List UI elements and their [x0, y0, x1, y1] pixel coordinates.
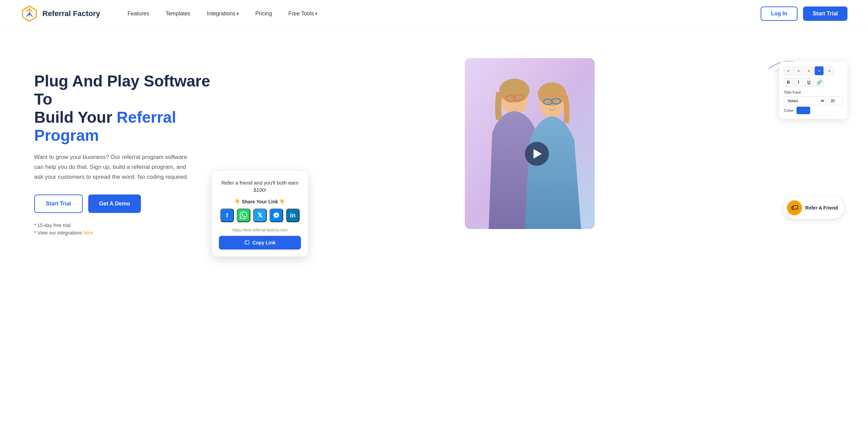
nav-pricing[interactable]: Pricing: [255, 11, 272, 17]
navbar: Referral Factory Features Templates Inte…: [0, 0, 868, 27]
svg-line-11: [552, 101, 552, 102]
editor-panel: ≡ ≡ ≡ ≡ ≡ B I U 🔗 Title Font Select: [779, 62, 847, 119]
svg-point-0: [28, 13, 30, 15]
color-swatch[interactable]: [797, 107, 810, 114]
hero-title: Plug And Play Software To Build Your Ref…: [34, 72, 212, 145]
hero-section: Plug And Play Software To Build Your Ref…: [0, 27, 868, 273]
align-justify-btn[interactable]: ≡: [815, 66, 824, 75]
start-trial-nav-button[interactable]: Start Trial: [803, 6, 847, 21]
editor-format-row: B I U 🔗: [784, 78, 843, 87]
hero-buttons: Start Trial Get A Demo: [34, 194, 212, 213]
hero-visual: ≡ ≡ ≡ ≡ ≡ B I U 🔗 Title Font Select: [212, 48, 847, 260]
share-facebook-btn[interactable]: f: [220, 209, 234, 222]
referral-link-row: https://test.referral-factory.com: [219, 228, 301, 232]
refer-friend-badge: 🏷 Refer A Friend: [784, 197, 844, 219]
play-button[interactable]: [525, 142, 549, 166]
hero-notes: * 15-day free trial * View our integrati…: [34, 223, 212, 236]
align-left-btn[interactable]: ≡: [784, 66, 793, 75]
referral-card-title: Refer a friend and you'll both earn $100…: [219, 179, 301, 193]
integrations-chevron: ▾: [237, 11, 239, 16]
align-distribute-btn[interactable]: ≡: [825, 66, 834, 75]
women-photo: [465, 58, 595, 229]
bold-btn[interactable]: B: [784, 78, 793, 87]
share-whatsapp-btn[interactable]: [237, 209, 250, 222]
hero-content: Plug And Play Software To Build Your Ref…: [34, 72, 212, 236]
copy-link-button[interactable]: Copy Link: [219, 236, 301, 250]
color-label: Color: [784, 108, 794, 112]
editor-color-row: Color: [784, 107, 843, 114]
nav-integrations[interactable]: Integrations ▾: [207, 11, 239, 17]
nav-free-tools[interactable]: Free Tools ▾: [288, 11, 317, 17]
link-btn[interactable]: 🔗: [815, 78, 824, 87]
font-select[interactable]: Select: [784, 96, 826, 105]
free-tools-chevron: ▾: [315, 11, 317, 16]
nav-actions: Log In Start Trial: [761, 6, 847, 21]
italic-btn[interactable]: I: [794, 78, 803, 87]
get-demo-button[interactable]: Get A Demo: [88, 194, 141, 213]
editor-toolbar: ≡ ≡ ≡ ≡ ≡: [784, 66, 843, 75]
social-share-row: f 𝕏 in: [219, 209, 301, 222]
integrations-link[interactable]: here: [83, 230, 93, 236]
trial-note: * 15-day free trial: [34, 223, 212, 228]
font-size-input[interactable]: [828, 96, 843, 105]
nav-links: Features Templates Integrations ▾ Pricin…: [128, 11, 761, 17]
share-label: 👇 Share Your Link 👇: [219, 199, 301, 204]
brand-name: Referral Factory: [42, 9, 100, 18]
nav-templates[interactable]: Templates: [166, 11, 190, 17]
hero-title-line2: Build Your: [34, 108, 117, 126]
share-linkedin-btn[interactable]: in: [286, 209, 300, 222]
hero-description: Want to grow your business? Our referral…: [34, 152, 192, 182]
referral-card: Refer a friend and you'll both earn $100…: [212, 171, 308, 256]
start-trial-hero-button[interactable]: Start Trial: [34, 194, 83, 213]
share-messenger-btn[interactable]: [269, 209, 283, 222]
login-button[interactable]: Log In: [761, 6, 798, 21]
women-silhouette-svg: [465, 58, 595, 229]
logo-icon: [21, 5, 38, 23]
refer-badge-icon: 🏷: [787, 200, 802, 215]
referral-link-text: https://test.referral-factory.com: [232, 228, 288, 232]
align-right-btn[interactable]: ≡: [804, 66, 813, 75]
share-twitter-btn[interactable]: 𝕏: [253, 209, 267, 222]
editor-title-font-field: Title Font Select: [784, 90, 843, 105]
integrations-note: * View our integrations here: [34, 230, 212, 236]
underline-btn[interactable]: U: [804, 78, 813, 87]
editor-select-row: Select: [784, 96, 843, 105]
logo-link[interactable]: Referral Factory: [21, 5, 100, 23]
nav-features[interactable]: Features: [128, 11, 149, 17]
play-icon: [534, 149, 542, 159]
refer-badge-text: Refer A Friend: [805, 205, 838, 211]
align-center-btn[interactable]: ≡: [794, 66, 803, 75]
copy-icon: [244, 240, 250, 245]
hero-title-line1: Plug And Play Software To: [34, 72, 210, 108]
title-font-label: Title Font: [784, 90, 843, 94]
